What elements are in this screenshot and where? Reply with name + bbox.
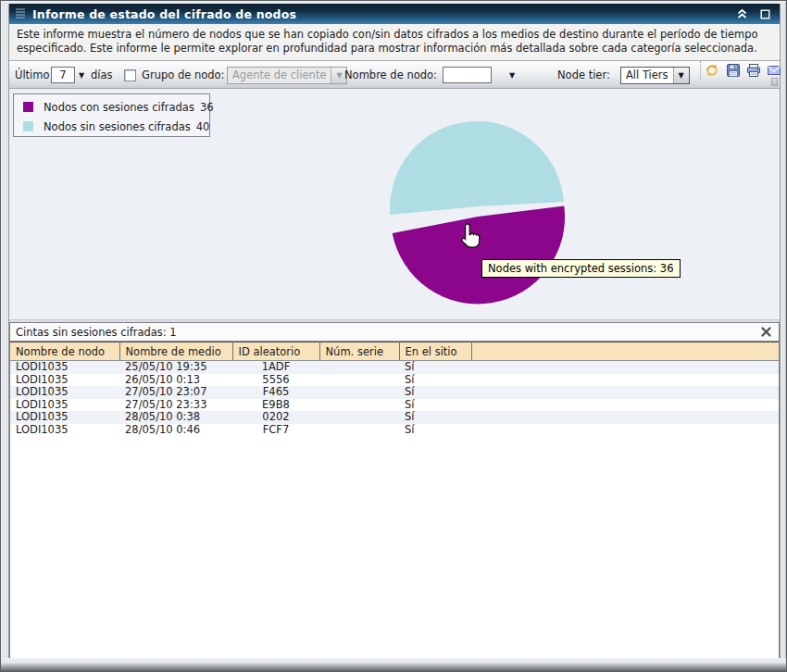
table-cell <box>471 399 779 412</box>
table-cell: FCF7 <box>232 424 319 437</box>
table-cell: LODI1035 <box>10 411 119 424</box>
table-cell: 5556 <box>232 374 319 387</box>
table-cell <box>471 411 779 424</box>
email-icon[interactable] <box>765 61 783 80</box>
table-cell <box>319 411 399 424</box>
table-cell: Sí <box>399 399 471 412</box>
chart-tooltip: Nodes with encrypted sessions: 36 <box>481 259 681 278</box>
node-tier-value[interactable]: All Tiers <box>621 68 673 83</box>
tapes-table[interactable]: Nombre de nodoNombre de medioID aleatori… <box>10 342 779 436</box>
table-cell: Sí <box>399 374 471 387</box>
pie-slice-unencrypted[interactable] <box>390 121 564 215</box>
table-cell: E9B8 <box>232 399 319 412</box>
pie-chart[interactable] <box>9 89 780 319</box>
title-bar[interactable]: Informe de estado del cifrado de nodos <box>9 4 780 24</box>
table-cell <box>319 386 399 399</box>
window-title: Informe de estado del cifrado de nodos <box>32 7 732 21</box>
table-cell: 25/05/10 19:35 <box>119 361 232 374</box>
node-group-checkbox[interactable] <box>124 61 136 89</box>
node-group-dropdown: Agente de cliente ▼ <box>227 61 347 89</box>
node-tier-label: Node tier: <box>557 61 610 89</box>
node-name-label: Nombre de nodo: <box>344 61 437 89</box>
print-icon[interactable] <box>744 61 763 80</box>
table-cell: 28/05/10 0:38 <box>119 411 232 424</box>
table-cell: Sí <box>399 386 471 399</box>
table-cell <box>471 424 779 437</box>
chevron-down-icon[interactable]: ▼ <box>673 68 689 83</box>
filter-toolbar: Último 7 ▼ días Grupo de nodo: Agente de… <box>9 61 780 89</box>
table-cell: 28/05/10 0:46 <box>119 424 232 437</box>
table-cell <box>319 374 399 387</box>
node-name-dropdown-icon[interactable]: ▼ <box>509 61 515 89</box>
table-cell: 0202 <box>232 411 319 424</box>
grip-icon <box>15 6 26 23</box>
report-description: Este informe muestra el número de nodos … <box>9 24 780 61</box>
toolbar-separator <box>700 61 702 80</box>
save-icon[interactable] <box>724 61 743 80</box>
column-header[interactable]: En el sitio <box>399 342 471 361</box>
column-header[interactable]: Nombre de medio <box>119 342 232 361</box>
table-cell: 1ADF <box>232 361 319 374</box>
chart-area: Nodos con sesiones cifradas36Nodos sin s… <box>9 89 780 319</box>
table-cell: 27/05/10 23:07 <box>119 386 232 399</box>
pie-slice-encrypted[interactable] <box>393 206 565 305</box>
table-cell: Sí <box>399 424 471 437</box>
description-line-2: especificado. Este informe le permite ex… <box>17 42 772 56</box>
table-row[interactable]: LODI103525/05/10 19:351ADFSí <box>10 361 779 374</box>
table-cell: LODI1035 <box>10 374 119 387</box>
table-cell <box>319 424 399 437</box>
table-cell: LODI1035 <box>10 361 119 374</box>
table-cell <box>319 399 399 412</box>
node-tier-combobox[interactable]: All Tiers ▼ <box>620 61 690 89</box>
column-header[interactable] <box>471 342 779 361</box>
table-row[interactable]: LODI103527/05/10 23:33E9B8Sí <box>10 399 779 412</box>
table-cell: 26/05/10 0:13 <box>119 374 232 387</box>
table-cell <box>471 361 779 374</box>
table-cell: F465 <box>232 386 319 399</box>
table-row[interactable]: LODI103527/05/10 23:07F465Sí <box>10 386 779 399</box>
toolbar-grip <box>771 78 778 86</box>
table-cell: LODI1035 <box>10 399 119 412</box>
table-cell: 27/05/10 23:33 <box>119 399 232 412</box>
panel-title: Cintas sin sesiones cifradas: 1 <box>16 326 758 339</box>
description-line-1: Este informe muestra el número de nodos … <box>17 28 772 42</box>
table-cell: Sí <box>399 361 471 374</box>
table-row[interactable]: LODI103528/05/10 0:380202Sí <box>10 411 779 424</box>
days-combobox[interactable]: 7 ▼ <box>51 61 84 89</box>
collapse-chevrons-icon[interactable] <box>732 5 751 23</box>
refresh-icon[interactable] <box>703 61 721 80</box>
column-header[interactable]: ID aleatorio <box>232 342 319 361</box>
maximize-icon[interactable] <box>756 5 774 23</box>
chevron-down-icon[interactable]: ▼ <box>79 71 84 80</box>
node-name-input[interactable] <box>443 61 492 89</box>
drilldown-panel: Cintas sin sesiones cifradas: 1 Nombre d… <box>9 322 780 659</box>
panel-title-bar: Cintas sin sesiones cifradas: 1 <box>10 323 779 342</box>
node-group-value: Agente de cliente <box>228 68 331 83</box>
window-content: Informe de estado del cifrado de nodos <box>8 4 781 659</box>
table-row[interactable]: LODI103528/05/10 0:46FCF7Sí <box>10 424 779 437</box>
table-cell <box>471 374 779 387</box>
table-cell: LODI1035 <box>10 386 119 399</box>
node-group-label: Grupo de nodo: <box>142 61 224 89</box>
days-label: días <box>91 61 113 89</box>
close-icon[interactable] <box>758 325 773 340</box>
table-cell <box>471 386 779 399</box>
days-value[interactable]: 7 <box>51 67 75 83</box>
window-bottom-frame <box>1 658 786 671</box>
table-cell <box>319 361 399 374</box>
table-row[interactable]: LODI103526/05/10 0:135556Sí <box>10 374 779 387</box>
table-cell: Sí <box>399 411 471 424</box>
column-header[interactable]: Nombre de nodo <box>10 342 119 361</box>
column-header[interactable]: Núm. serie <box>319 342 399 361</box>
report-window: Informe de estado del cifrado de nodos <box>0 0 787 672</box>
last-label: Último <box>15 61 50 89</box>
table-cell: LODI1035 <box>10 424 119 437</box>
